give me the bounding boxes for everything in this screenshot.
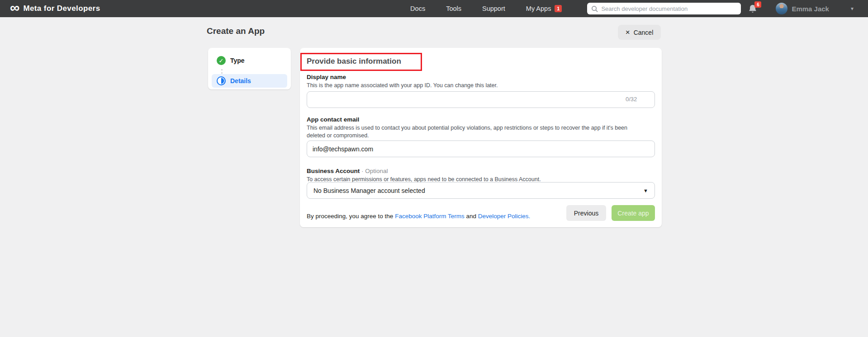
contact-email-help: This email address is used to contact yo…: [307, 124, 646, 140]
optional-tag: · Optional: [360, 168, 388, 174]
agreement-text: By proceeding, you agree to the Facebook…: [307, 213, 530, 220]
select-caret-icon: ▼: [643, 188, 648, 193]
avatar[interactable]: [776, 3, 787, 14]
search-icon: [591, 5, 598, 12]
nav-item-docs[interactable]: Docs: [410, 5, 425, 12]
nav-item-my-apps[interactable]: My Apps 1: [526, 5, 562, 12]
business-account-label-text: Business Account: [307, 168, 360, 174]
nav-item-label: Tools: [446, 5, 461, 12]
header-nav: Docs Tools Support My Apps 1: [410, 5, 562, 12]
developer-policies-link[interactable]: Developer Policies.: [478, 213, 531, 220]
step-label: Type: [230, 57, 245, 64]
platform-terms-link[interactable]: Facebook Platform Terms: [395, 213, 465, 220]
step-item-details[interactable]: Details: [212, 74, 287, 88]
create-app-form-card: Provide basic information Display name T…: [300, 48, 662, 227]
steps-panel: ✓ Type Details: [208, 48, 291, 89]
create-app-button[interactable]: Create app: [612, 205, 655, 221]
top-nav-bar: ∞ Meta for Developers Docs Tools Support…: [0, 0, 868, 17]
contact-email-label: App contact email: [307, 116, 359, 123]
meta-infinity-icon: ∞: [10, 1, 19, 14]
agreement-prefix: By proceeding, you agree to the: [307, 213, 395, 220]
step-complete-check-icon: ✓: [217, 56, 226, 65]
my-apps-count-badge: 1: [555, 5, 562, 12]
step-current-half-circle-icon: [217, 76, 226, 85]
meta-logo[interactable]: ∞ Meta for Developers: [10, 2, 100, 15]
logo-text: Meta for Developers: [23, 4, 100, 13]
agreement-middle: and: [465, 213, 478, 220]
notifications-button[interactable]: 6: [748, 3, 758, 14]
nav-item-label: My Apps: [526, 5, 551, 12]
notification-count-badge: 6: [754, 1, 761, 8]
previous-button[interactable]: Previous: [566, 205, 606, 221]
close-icon: ×: [626, 28, 630, 36]
display-name-label: Display name: [307, 74, 346, 80]
cancel-button-label: Cancel: [634, 29, 654, 36]
display-name-help: This is the app name associated with you…: [307, 82, 646, 89]
step-connector-dots: [221, 69, 223, 74]
contact-email-input[interactable]: [307, 140, 655, 157]
form-heading: Provide basic information: [307, 57, 401, 66]
chevron-down-icon[interactable]: ▾: [851, 5, 854, 12]
business-account-select[interactable]: No Business Manager account selected ▼: [307, 182, 655, 199]
display-name-input[interactable]: [307, 91, 655, 108]
page-title: Create an App: [207, 26, 265, 36]
nav-item-label: Support: [482, 5, 505, 12]
search-bar[interactable]: [587, 3, 741, 14]
step-item-type[interactable]: ✓ Type: [212, 54, 287, 67]
business-account-selected-value: No Business Manager account selected: [313, 187, 425, 194]
nav-item-support[interactable]: Support: [482, 5, 505, 12]
cancel-button[interactable]: × Cancel: [618, 25, 661, 40]
char-counter: 0/32: [626, 96, 637, 103]
user-name: Emma Jack: [792, 5, 829, 13]
step-label: Details: [230, 77, 251, 84]
nav-item-tools[interactable]: Tools: [446, 5, 461, 12]
search-input[interactable]: [601, 5, 737, 12]
nav-item-label: Docs: [410, 5, 425, 12]
business-account-label: Business Account · Optional: [307, 168, 388, 174]
